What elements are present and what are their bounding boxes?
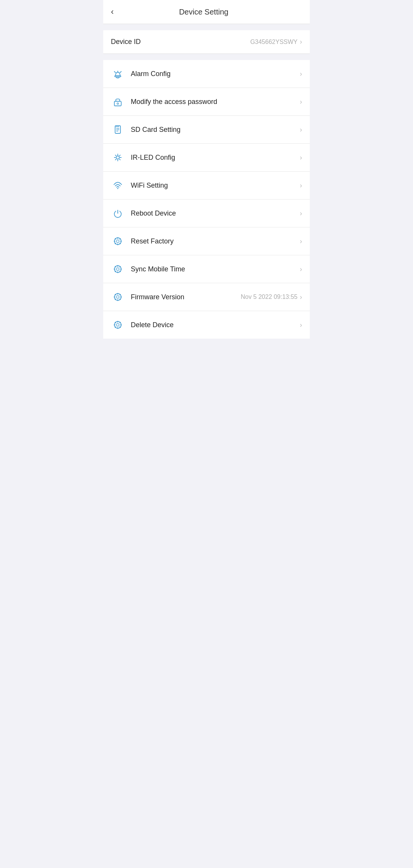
ir-led-chevron: › — [300, 154, 302, 162]
page-title: Device Setting — [117, 8, 291, 16]
delete-device-item[interactable]: Delete Device › — [103, 311, 310, 339]
sd-card-label: SD Card Setting — [131, 126, 300, 134]
ir-led-label: IR-LED Config — [131, 154, 300, 162]
reset-factory-chevron: › — [300, 237, 302, 245]
sync-time-icon — [111, 262, 125, 276]
wifi-icon — [111, 178, 125, 192]
svg-line-3 — [120, 71, 121, 73]
svg-point-24 — [117, 240, 119, 243]
delete-device-chevron: › — [300, 321, 302, 329]
sync-time-chevron: › — [300, 265, 302, 273]
svg-point-30 — [117, 324, 119, 326]
delete-device-icon — [111, 318, 125, 332]
spacer-top — [103, 24, 310, 30]
modify-password-label: Modify the access password — [131, 98, 300, 106]
alarm-icon — [111, 67, 125, 81]
reboot-label: Reboot Device — [131, 209, 300, 217]
ir-led-item[interactable]: IR-LED Config › — [103, 144, 310, 172]
svg-line-20 — [119, 155, 120, 156]
device-id-row[interactable]: Device ID G345662YSSWY › — [103, 30, 310, 54]
reboot-item[interactable]: Reboot Device › — [103, 200, 310, 227]
svg-line-19 — [119, 159, 120, 160]
sync-time-label: Sync Mobile Time — [131, 265, 300, 273]
firmware-icon — [111, 290, 125, 304]
firmware-chevron: › — [300, 293, 302, 301]
device-id-value: G345662YSSWY — [250, 39, 298, 45]
wifi-chevron: › — [300, 182, 302, 190]
wifi-item[interactable]: WiFi Setting › — [103, 172, 310, 200]
alarm-config-label: Alarm Config — [131, 70, 300, 78]
delete-device-label: Delete Device — [131, 321, 300, 329]
bottom-spacer — [103, 339, 310, 354]
header: ‹ Device Setting — [103, 0, 310, 24]
modify-password-item[interactable]: Modify the access password › — [103, 88, 310, 116]
svg-point-22 — [117, 188, 119, 189]
firmware-item[interactable]: Firmware Version Nov 5 2022 09:13:55 › — [103, 283, 310, 311]
reboot-chevron: › — [300, 209, 302, 217]
svg-point-5 — [117, 103, 119, 104]
menu-section: Alarm Config › Modify the access passwor… — [103, 60, 310, 339]
device-id-chevron: › — [300, 38, 302, 46]
svg-rect-0 — [115, 76, 121, 77]
reset-factory-item[interactable]: Reset Factory › — [103, 227, 310, 255]
svg-rect-4 — [114, 101, 121, 106]
device-id-label: Device ID — [111, 38, 250, 46]
svg-line-18 — [115, 155, 116, 156]
back-button[interactable]: ‹ — [111, 6, 117, 18]
sync-time-item[interactable]: Sync Mobile Time › — [103, 255, 310, 283]
svg-point-26 — [117, 268, 119, 271]
wifi-label: WiFi Setting — [131, 182, 300, 190]
firmware-value: Nov 5 2022 09:13:55 — [241, 294, 298, 300]
spacer-mid — [103, 54, 310, 60]
svg-line-21 — [115, 159, 116, 160]
alarm-config-chevron: › — [300, 70, 302, 78]
sdcard-icon — [111, 123, 125, 136]
sd-card-item[interactable]: SD Card Setting › — [103, 116, 310, 144]
firmware-label: Firmware Version — [131, 293, 241, 301]
irled-icon — [111, 151, 125, 164]
svg-point-28 — [117, 296, 119, 299]
sd-card-chevron: › — [300, 126, 302, 134]
power-icon — [111, 206, 125, 220]
modify-password-chevron: › — [300, 98, 302, 106]
reset-factory-icon — [111, 234, 125, 248]
svg-line-2 — [114, 71, 115, 73]
svg-point-13 — [116, 156, 119, 159]
alarm-config-item[interactable]: Alarm Config › — [103, 60, 310, 88]
reset-factory-label: Reset Factory — [131, 237, 300, 245]
lock-icon — [111, 95, 125, 109]
